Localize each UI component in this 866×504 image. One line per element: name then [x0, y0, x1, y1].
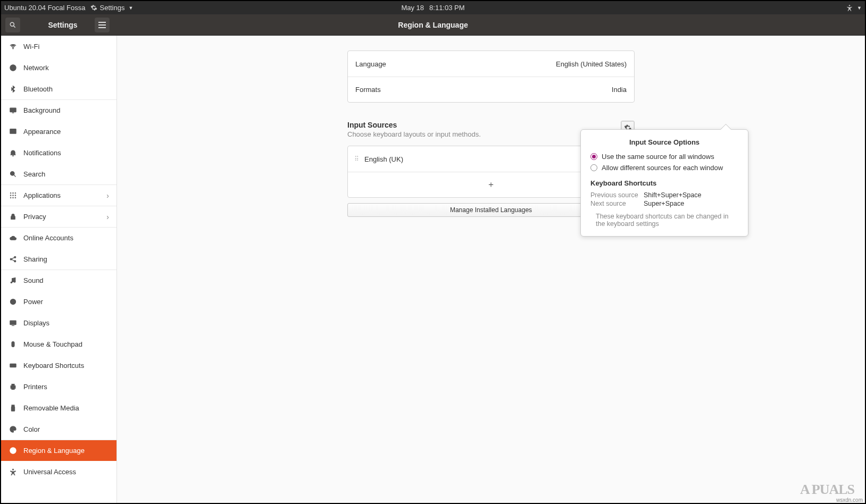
svg-point-11 [10, 171, 14, 175]
sidebar-item-keyboard-shortcuts[interactable]: Keyboard Shortcuts [1, 355, 116, 376]
svg-point-41 [14, 428, 14, 429]
content-area: Language English (United States) Formats… [117, 36, 865, 503]
svg-point-39 [11, 428, 12, 429]
accessibility-icon [9, 467, 17, 476]
formats-row[interactable]: Formats India [348, 77, 634, 102]
sidebar-item-label: Online Accounts [23, 234, 73, 242]
page-title: Region & Language [398, 21, 468, 29]
hamburger-menu-button[interactable] [95, 18, 110, 32]
accessibility-icon[interactable] [846, 4, 853, 12]
sidebar-item-network[interactable]: Network [1, 57, 116, 78]
sidebar-item-printers[interactable]: Printers [1, 376, 116, 397]
plus-icon: ＋ [487, 179, 495, 190]
svg-point-16 [10, 195, 11, 196]
sidebar-item-sharing[interactable]: Sharing [1, 248, 116, 270]
grid-icon [9, 191, 17, 200]
previous-source-shortcut: Previous source Shift+Super+Space [590, 191, 738, 199]
svg-point-19 [10, 197, 11, 198]
sidebar-item-label: Region & Language [23, 447, 85, 455]
radio-same-source[interactable]: Use the same source for all windows [590, 153, 738, 161]
sidebar-item-wifi[interactable]: Wi-Fi [1, 36, 116, 57]
radio-unselected-icon [590, 164, 597, 171]
search-button[interactable] [5, 18, 20, 32]
sidebar-item-notifications[interactable]: Notifications [1, 142, 116, 163]
input-sources-title: Input Sources [347, 121, 481, 129]
watermark-source: wsxdn.com [836, 497, 863, 503]
sidebar-item-removable-media[interactable]: Removable Media [1, 397, 116, 418]
search-icon [9, 170, 17, 178]
watermark-logo: A PUALS [800, 482, 854, 498]
sidebar-item-label: Power [23, 298, 43, 306]
sidebar-item-label: Removable Media [23, 404, 79, 412]
svg-line-12 [14, 175, 15, 177]
keyboard-shortcuts-heading: Keyboard Shortcuts [590, 179, 738, 187]
wifi-icon [9, 42, 17, 51]
header-bar: Settings Region & Language [1, 14, 865, 36]
cloud-icon [9, 234, 17, 242]
usb-icon [9, 404, 17, 412]
app-title: Settings [31, 21, 95, 29]
sidebar: Wi-Fi Network Bluetooth Background Appea… [1, 36, 117, 503]
radio-label: Use the same source for all windows [602, 153, 714, 161]
sidebar-item-label: Universal Access [23, 468, 76, 476]
sidebar-item-displays[interactable]: Displays [1, 312, 116, 333]
svg-point-14 [12, 192, 13, 194]
os-label[interactable]: Ubuntu 20.04 Focal Fossa [4, 4, 85, 12]
svg-point-18 [14, 195, 15, 196]
radio-label: Allow different sources for each window [602, 164, 723, 172]
sidebar-item-appearance[interactable]: Appearance [1, 121, 116, 142]
bluetooth-icon [9, 85, 17, 93]
chevron-right-icon: › [106, 191, 109, 200]
popover-title: Input Source Options [590, 138, 738, 146]
svg-rect-3 [98, 22, 106, 23]
language-row[interactable]: Language English (United States) [348, 51, 634, 77]
svg-point-27 [14, 281, 15, 283]
gear-icon [90, 4, 97, 11]
display-icon [9, 318, 17, 327]
sidebar-item-label: Mouse & Touchpad [23, 340, 82, 348]
sidebar-item-label: Background [23, 106, 60, 114]
sidebar-item-background[interactable]: Background [1, 99, 116, 121]
svg-rect-9 [10, 129, 15, 133]
search-icon [9, 21, 16, 29]
sidebar-item-label: Appearance [23, 128, 61, 136]
mouse-icon [9, 340, 17, 348]
share-icon [9, 255, 17, 263]
app-menu[interactable]: Settings ▼ [90, 4, 133, 12]
sidebar-item-universal-access[interactable]: Universal Access [1, 461, 116, 482]
radio-different-sources[interactable]: Allow different sources for each window [590, 164, 738, 172]
chevron-right-icon: › [106, 213, 109, 221]
sidebar-item-online-accounts[interactable]: Online Accounts [1, 227, 116, 248]
sidebar-item-search[interactable]: Search [1, 163, 116, 184]
sidebar-item-bluetooth[interactable]: Bluetooth [1, 78, 116, 99]
svg-rect-33 [10, 364, 15, 367]
sidebar-item-label: Applications [23, 191, 61, 199]
hamburger-icon [98, 22, 106, 28]
sidebar-item-color[interactable]: Color [1, 418, 116, 440]
printer-icon [9, 382, 17, 391]
appearance-icon [9, 127, 17, 136]
sidebar-item-sound[interactable]: Sound [1, 270, 116, 291]
sidebar-item-power[interactable]: Power [1, 291, 116, 312]
sidebar-item-region-language[interactable]: Region & Language [1, 440, 116, 461]
sidebar-item-applications[interactable]: Applications› [1, 184, 116, 206]
dropdown-icon[interactable]: ▼ [857, 5, 862, 11]
language-label: Language [355, 60, 386, 68]
clock[interactable]: May 18 8:11:03 PM [401, 4, 464, 12]
palette-icon [9, 425, 17, 433]
sidebar-item-label: Color [23, 425, 40, 433]
svg-rect-22 [11, 216, 15, 220]
svg-point-6 [12, 48, 13, 48]
sidebar-item-privacy[interactable]: Privacy› [1, 206, 116, 227]
svg-point-10 [11, 130, 12, 131]
sidebar-item-label: Sharing [23, 255, 47, 263]
svg-line-2 [13, 26, 15, 27]
sidebar-item-mouse[interactable]: Mouse & Touchpad [1, 333, 116, 355]
drag-handle-icon[interactable]: ⠿ [354, 157, 358, 161]
music-icon [9, 276, 17, 285]
shortcut-note: These keyboard shortcuts can be changed … [590, 213, 738, 228]
sidebar-item-label: Sound [23, 276, 44, 284]
next-source-shortcut: Next source Super+Space [590, 200, 738, 207]
svg-rect-4 [98, 24, 106, 26]
formats-label: Formats [355, 86, 381, 94]
